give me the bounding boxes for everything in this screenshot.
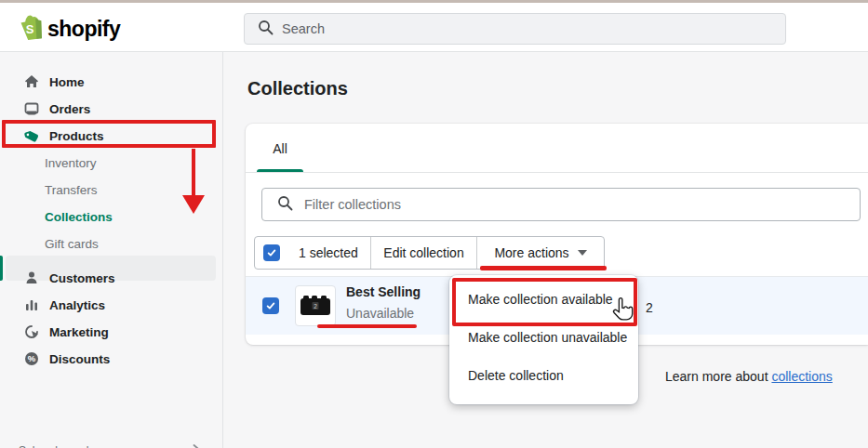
products-tag-icon <box>23 128 39 144</box>
sidebar: Home Orders Products Inventory Transfers… <box>0 52 223 448</box>
chevron-down-icon <box>578 250 587 256</box>
shopify-admin: S shopify Home Orders <box>0 0 868 448</box>
sidebar-item-label: Customers <box>49 271 115 285</box>
select-all-checkbox[interactable] <box>263 244 280 261</box>
filter-collections-input[interactable] <box>304 197 825 212</box>
shopify-logo-text: shopify <box>47 17 120 42</box>
hand-cursor-icon <box>610 296 636 328</box>
tab-all[interactable]: All <box>257 124 303 173</box>
filter-collections-field[interactable] <box>261 188 861 221</box>
select-all-segment[interactable]: 1 selected <box>255 237 371 269</box>
orders-icon <box>23 101 39 117</box>
learn-more-text: Learn more about <box>665 369 768 384</box>
product-image: 2 <box>299 293 332 319</box>
search-input[interactable] <box>282 21 728 36</box>
sidebar-item-products[interactable]: Products <box>0 125 223 147</box>
sidebar-item-orders[interactable]: Orders <box>0 98 223 120</box>
sidebar-item-analytics[interactable]: Analytics <box>0 294 223 316</box>
collection-status: Unavailable <box>346 306 414 321</box>
sales-channels-heading: Sales channels <box>19 444 94 448</box>
topbar: S shopify <box>0 3 868 52</box>
analytics-icon <box>23 297 39 313</box>
sidebar-item-discounts[interactable]: % Discounts <box>0 348 223 370</box>
sidebar-item-inventory[interactable]: Inventory <box>0 152 223 174</box>
sidebar-item-collections[interactable]: Collections <box>0 205 223 228</box>
sidebar-item-label: Collections <box>45 210 113 224</box>
svg-text:2: 2 <box>314 303 317 310</box>
row-checkbox-wrap <box>262 297 279 314</box>
sidebar-item-label: Inventory <box>45 156 97 170</box>
menu-item-delete-collection[interactable]: Delete collection <box>449 357 638 395</box>
sidebar-item-label: Orders <box>49 102 90 116</box>
active-tab-underline <box>257 169 303 172</box>
edit-collection-label: Edit collection <box>383 245 463 260</box>
selected-count-label: 1 selected <box>299 245 358 260</box>
edit-collection-button[interactable]: Edit collection <box>371 237 477 269</box>
collection-name-link[interactable]: Best Selling <box>346 284 421 299</box>
sidebar-item-label: Analytics <box>49 298 105 312</box>
more-actions-label: More actions <box>494 245 568 260</box>
svg-text:%: % <box>27 353 35 363</box>
shopify-bag-icon: S <box>20 15 42 44</box>
sidebar-item-label: Marketing <box>49 325 109 339</box>
page-title: Collections <box>247 78 348 99</box>
collections-help-link[interactable]: collections <box>771 369 832 384</box>
marketing-icon <box>23 324 39 340</box>
home-icon <box>23 74 39 90</box>
discounts-icon: % <box>23 351 39 367</box>
search-icon <box>277 195 293 215</box>
sidebar-item-marketing[interactable]: Marketing <box>0 321 223 343</box>
more-actions-menu: Make collection available Make collectio… <box>449 275 638 404</box>
products-count: 2 <box>646 300 653 315</box>
svg-text:S: S <box>26 22 34 36</box>
sidebar-item-transfers[interactable]: Transfers <box>0 178 223 201</box>
sidebar-item-label: Discounts <box>49 352 110 366</box>
chevron-right-icon[interactable] <box>192 443 202 448</box>
learn-more-note: Learn more about collections <box>665 369 833 384</box>
sidebar-item-gift-cards[interactable]: Gift cards <box>0 232 223 255</box>
customers-icon <box>23 270 39 286</box>
sidebar-item-label: Home <box>49 75 85 89</box>
collection-thumbnail: 2 <box>295 285 336 326</box>
more-actions-button[interactable]: More actions <box>477 237 604 269</box>
row-checkbox[interactable] <box>262 297 279 314</box>
tab-bar: All <box>246 124 868 173</box>
sidebar-item-customers[interactable]: Customers <box>0 267 223 289</box>
sidebar-item-home[interactable]: Home <box>0 71 223 93</box>
tab-label: All <box>273 141 287 156</box>
sidebar-item-label: Gift cards <box>45 237 99 251</box>
sidebar-item-label: Transfers <box>45 183 98 197</box>
sidebar-item-label: Products <box>49 129 104 143</box>
global-search[interactable] <box>244 13 786 45</box>
bulk-actions-toolbar: 1 selected Edit collection More actions <box>254 236 605 270</box>
shopify-logo[interactable]: S shopify <box>20 15 120 44</box>
search-icon <box>258 20 274 39</box>
